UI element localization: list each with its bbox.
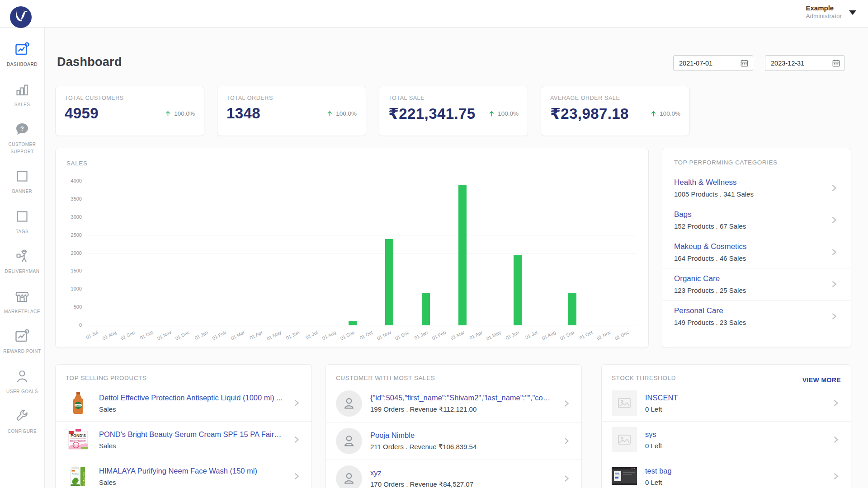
- stat-label: TOTAL SALE: [388, 95, 519, 101]
- chevron-right-icon[interactable]: [292, 435, 302, 445]
- chart-slot-10: 01 May: [270, 181, 289, 325]
- category-row-bags[interactable]: Bags 152 Products . 67 Sales: [662, 204, 851, 236]
- sidebar-item-deliveryman[interactable]: DELIVERYMAN: [0, 248, 45, 275]
- chevron-right-icon[interactable]: [829, 311, 839, 321]
- sidebar-item-sales[interactable]: SALES: [0, 81, 45, 108]
- chart-x-tick-label: 01 Jan: [193, 329, 209, 341]
- chart-x-tick-label: 01 Nov: [156, 329, 172, 341]
- sidebar-item-configure[interactable]: CONFIGURE: [0, 408, 45, 435]
- sidebar-item-dashboard[interactable]: DASHBOARD: [0, 41, 45, 68]
- chart-slot-2: 01 Sep: [124, 181, 142, 325]
- product-row-dettol[interactable]: Dettol Effective Protection Antiseptic L…: [56, 385, 311, 421]
- date-filters: 2021-07-01 2023-12-31: [673, 55, 845, 71]
- chart-x-tick-label: 01 Mar: [449, 329, 465, 341]
- sidebar-item-icon: [14, 248, 30, 264]
- stat-card-total-customers: TOTAL CUSTOMERS 4959 100.0%: [55, 86, 204, 136]
- product-sub: Sales: [99, 479, 283, 486]
- product-sub: Sales: [99, 442, 283, 450]
- chart-x-tick-label: 01 Mar: [230, 329, 245, 341]
- stock-row-inscent[interactable]: INSCENT 0 Left: [602, 385, 851, 421]
- category-row-organic-care[interactable]: Organic Care 123 Products . 25 Sales: [662, 268, 851, 300]
- customer-row-shivam2[interactable]: {"id":5045,"first_name":"Shivam2","last_…: [326, 385, 581, 422]
- sidebar-item-icon: [14, 408, 30, 424]
- chart-x-tick-label: 01 Oct: [578, 329, 593, 341]
- sidebar-item-icon: [14, 81, 30, 98]
- category-name[interactable]: Makeup & Cosmetics: [674, 242, 747, 251]
- stock-row-sys[interactable]: sys 0 Left: [602, 421, 851, 458]
- category-stats: 164 Products . 46 Sales: [674, 254, 747, 262]
- sidebar-item-customer-support[interactable]: CUSTOMER SUPPORT: [0, 121, 45, 155]
- sidebar-item-tags[interactable]: TAGS: [0, 208, 45, 235]
- chevron-right-icon[interactable]: [292, 398, 302, 408]
- chevron-right-icon[interactable]: [561, 474, 571, 483]
- chart-bar[interactable]: [385, 239, 393, 325]
- stock-thumbnail: [612, 464, 637, 488]
- stat-delta-value: 100.0%: [174, 110, 195, 117]
- sidebar-item-reward-point[interactable]: REWARD POINT: [0, 328, 45, 355]
- chevron-right-icon[interactable]: [829, 279, 839, 289]
- arrow-up-icon: [326, 110, 334, 117]
- chart-slot-15: 01 Oct: [362, 181, 381, 325]
- chart-bar[interactable]: [514, 255, 522, 326]
- stock-item-name[interactable]: test bag: [645, 467, 823, 475]
- start-date-input[interactable]: 2021-07-01: [673, 55, 753, 71]
- chart-bar[interactable]: [422, 293, 430, 325]
- chevron-right-icon[interactable]: [829, 183, 839, 193]
- customer-name[interactable]: {"id":5045,"first_name":"Shivam2","last_…: [370, 394, 553, 402]
- title-divider: [45, 78, 868, 78]
- chevron-right-icon[interactable]: [561, 436, 571, 446]
- customer-name[interactable]: xyz: [370, 469, 553, 477]
- sidebar-item-icon: [14, 288, 30, 305]
- sidebar-item-marketplace[interactable]: MARKETPLACE: [0, 288, 45, 315]
- chart-y-tick-label: 2000: [59, 250, 82, 256]
- customer-row-pooja-nimble[interactable]: Pooja Nimble 211 Orders . Revenue ₹106,8…: [326, 422, 581, 460]
- category-row-health-wellness[interactable]: Health & Wellness 1005 Products . 341 Sa…: [662, 172, 851, 204]
- chart-slot-27: 01 Oct: [582, 181, 600, 325]
- view-more-link[interactable]: VIEW MORE: [802, 376, 841, 384]
- sidebar-item-user-goals[interactable]: USER GOALS: [0, 368, 45, 395]
- chart-bar[interactable]: [349, 321, 357, 325]
- product-row-ponds[interactable]: POND's Bright Beauty Serum Cream SPF 15 …: [56, 421, 311, 458]
- user-menu[interactable]: Example Administrator: [806, 4, 856, 20]
- chart-y-tick-label: 2500: [59, 232, 82, 238]
- stock-item-name[interactable]: sys: [645, 430, 823, 439]
- product-name[interactable]: Dettol Effective Protection Antiseptic L…: [99, 394, 283, 402]
- chevron-right-icon[interactable]: [829, 215, 839, 225]
- chevron-right-icon[interactable]: [292, 471, 302, 481]
- caret-down-icon[interactable]: [849, 10, 856, 15]
- product-name[interactable]: POND's Bright Beauty Serum Cream SPF 15 …: [99, 430, 283, 439]
- category-row-personal-care[interactable]: Personal Care 149 Products . 23 Sales: [662, 300, 851, 332]
- chevron-right-icon[interactable]: [831, 435, 841, 445]
- category-name[interactable]: Personal Care: [674, 306, 746, 315]
- category-name[interactable]: Organic Care: [674, 274, 746, 283]
- calendar-icon[interactable]: [740, 59, 749, 67]
- chevron-right-icon[interactable]: [831, 398, 841, 408]
- chart-x-tick-label: 01 Jul: [305, 329, 318, 340]
- chart-bar[interactable]: [458, 185, 467, 325]
- customer-row-xyz[interactable]: xyz 170 Orders . Revenue ₹84,527.07: [326, 460, 581, 488]
- calendar-icon[interactable]: [832, 59, 840, 67]
- chart-slot-4: 01 Nov: [160, 181, 179, 325]
- chart-slot-8: 01 Mar: [234, 181, 252, 325]
- chart-slot-20: 01 Mar: [453, 181, 472, 325]
- category-name[interactable]: Health & Wellness: [674, 178, 754, 187]
- product-name[interactable]: HIMALAYA Purifying Neem Face Wash (150 m…: [99, 467, 283, 475]
- end-date-input[interactable]: 2023-12-31: [765, 55, 845, 71]
- product-sub: Sales: [99, 405, 283, 413]
- stock-row-test-bag[interactable]: test bag 0 Left: [602, 458, 851, 488]
- stock-item-name[interactable]: INSCENT: [645, 394, 823, 402]
- chevron-right-icon[interactable]: [831, 471, 841, 481]
- category-name[interactable]: Bags: [674, 210, 746, 219]
- app-logo[interactable]: [10, 6, 32, 28]
- sidebar-item-label: DASHBOARD: [4, 61, 40, 68]
- chart-x-tick-label: 01 Apr: [469, 329, 483, 340]
- customer-name[interactable]: Pooja Nimble: [370, 431, 553, 440]
- chevron-right-icon[interactable]: [829, 247, 839, 257]
- stat-value: ₹221,341.75: [388, 105, 476, 122]
- chart-bar[interactable]: [568, 293, 576, 325]
- category-row-makeup-cosmetics[interactable]: Makeup & Cosmetics 164 Products . 46 Sal…: [662, 236, 851, 268]
- chevron-right-icon[interactable]: [561, 399, 571, 408]
- product-row-himalaya[interactable]: HIMALAYA Purifying Neem Face Wash (150 m…: [56, 458, 311, 488]
- sidebar-item-banner[interactable]: BANNER: [0, 168, 45, 195]
- chart-slot-14: 01 Sep: [344, 181, 362, 325]
